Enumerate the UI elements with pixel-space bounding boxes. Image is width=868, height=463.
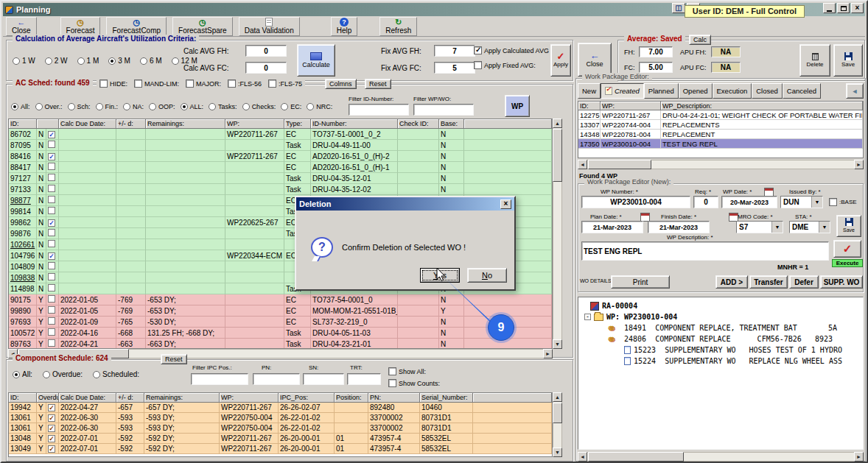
avg-delete-button[interactable]: Delete — [799, 44, 830, 77]
col-ipc-pos[interactable]: IPC_Pos: — [279, 393, 335, 403]
col-id[interactable]: ID: — [578, 102, 601, 110]
execute-button[interactable]: ✓ — [833, 240, 861, 258]
cell-checkbox[interactable]: ✓ — [46, 129, 59, 140]
transfer-button[interactable]: Transfer — [749, 275, 788, 289]
show-counts-checkbox[interactable]: Show Counts: — [388, 379, 440, 387]
col-remainings[interactable]: Remainings: — [146, 119, 225, 129]
chevron-down-icon[interactable]: ▼ — [811, 197, 822, 208]
restore-button[interactable] — [837, 3, 850, 13]
cell-checkbox[interactable] — [46, 140, 59, 151]
comp-radio[interactable]: Overdue: — [43, 370, 83, 378]
wp-editor-tab[interactable]: Opened — [679, 83, 713, 99]
cell-checkbox[interactable]: ✓ — [46, 217, 59, 228]
col-delta[interactable]: +/- d: — [116, 119, 146, 129]
plan-date-field[interactable] — [581, 221, 643, 233]
tree-scrollbar[interactable]: ◄ ► — [578, 452, 864, 462]
cell-checkbox[interactable] — [46, 328, 59, 339]
col-check-id[interactable]: Check ID: — [398, 119, 439, 129]
apu-fh-field[interactable] — [711, 46, 741, 57]
wp-grid-row[interactable]: 14348 WP220781-004 REPLACEMENT — [578, 130, 863, 139]
collapse-icon[interactable]: - — [584, 314, 591, 320]
cell-checkbox[interactable] — [46, 305, 59, 317]
scroll-thumb[interactable] — [553, 403, 562, 423]
col-due-date[interactable]: Calc Due Date: — [59, 119, 116, 129]
filter-trt-input[interactable] — [347, 373, 381, 385]
filter-pn-input[interactable] — [253, 373, 300, 385]
wp-editor-tab[interactable]: Created — [601, 83, 644, 99]
cell-checkbox[interactable] — [46, 261, 59, 272]
ac-table-row[interactable]: 86702 N ✓ WP220711-267 EC TO737-51-0001_… — [9, 129, 552, 140]
cell-checkbox[interactable] — [46, 317, 59, 328]
ac-table-row[interactable]: 97127 N Task DRU-04-35-12-01 N — [9, 173, 552, 184]
chevron-down-icon[interactable]: ▼ — [819, 222, 830, 233]
ac-table-row[interactable]: 88416 N ✓ WP220711-267 EC AD2020-16-51_0… — [9, 151, 552, 162]
cell-checkbox[interactable] — [46, 228, 59, 239]
issued-by-dropdown[interactable]: DUN ▼ — [780, 196, 823, 208]
col-pn[interactable]: PN: — [368, 393, 420, 403]
req-field[interactable] — [693, 196, 718, 208]
minimize-button[interactable] — [823, 3, 836, 13]
cell-checkbox[interactable] — [46, 294, 59, 305]
ac-table-row[interactable]: 89763 Y 2022-04-21 -663 -663 DY; Task DR… — [9, 339, 552, 349]
ac-flag-checkbox[interactable]: :FLS-75 — [268, 79, 302, 88]
base-checkbox[interactable]: :BASE — [829, 198, 857, 206]
comp-radio[interactable]: Scheduled: — [93, 370, 139, 378]
ac-vertical-scrollbar[interactable]: ▲ ▼ — [553, 119, 562, 349]
ac-filter-radio[interactable]: Sch: — [68, 103, 91, 110]
cell-checkbox[interactable] — [46, 162, 59, 173]
tree-wo-item[interactable]: 15224 SUPPLEMENTARY WO REPLACE NLG WHEEL… — [578, 356, 863, 367]
chevron-down-icon[interactable]: ▼ — [771, 222, 783, 233]
filter-wp-input[interactable] — [413, 104, 474, 116]
ac-table-row[interactable]: 88417 N EC AD2020-16-51_0_(H)-1 N — [9, 162, 552, 173]
apply-fixed-checkbox[interactable]: Apply Fixed AVG: — [474, 61, 536, 69]
scroll-right-icon[interactable]: ► — [543, 349, 553, 358]
ac-filter-radio[interactable]: ALL: — [181, 103, 204, 110]
scroll-left-icon[interactable]: ◄ — [578, 160, 587, 169]
wp-grid-scrollbar[interactable]: ◄ ► — [578, 160, 864, 169]
toolbar-help-button[interactable]: ? Help — [331, 17, 358, 36]
cell-checkbox[interactable] — [46, 173, 59, 184]
cell-checkbox[interactable]: ✓ — [46, 250, 59, 261]
mro-code-dropdown[interactable]: S7 ▼ — [736, 221, 783, 233]
toolbar-close-button[interactable]: ← Close — [6, 17, 37, 36]
comp-radio[interactable]: All: — [13, 370, 32, 378]
ac-flag-checkbox[interactable]: MAND-LIM: — [134, 79, 179, 88]
yes-button[interactable]: Yes — [420, 268, 460, 283]
cell-checkbox[interactable]: ✓ — [46, 434, 59, 444]
ac-table-row[interactable]: 87095 N Task DRU-04-49-11-00 N — [9, 140, 552, 151]
scroll-thumb[interactable] — [588, 160, 651, 169]
toolbar-forecast-button[interactable]: ◷ Forecast — [60, 17, 101, 36]
col-wp-description[interactable]: WP_Description: — [661, 102, 863, 110]
defer-button[interactable]: Defer — [789, 275, 819, 289]
ac-table-row[interactable]: 100572 Y 2022-04-16 -668 131.25 FH; -668… — [9, 328, 552, 339]
ac-filter-radio[interactable]: Tasks: — [209, 103, 237, 110]
comp-reset-button[interactable]: Reset — [161, 354, 187, 364]
col-wp[interactable]: WP: — [601, 102, 661, 110]
no-button[interactable]: No — [467, 268, 507, 283]
col-remainings[interactable]: Remainings: — [144, 393, 220, 403]
wp-editor-tab[interactable]: New — [578, 83, 601, 99]
ac-filter-radio[interactable]: NA: — [123, 103, 144, 110]
apply-button[interactable]: ✓ Apply — [550, 44, 571, 77]
wp-editor-tab[interactable]: Canceled — [783, 83, 821, 99]
scroll-thumb[interactable] — [588, 452, 684, 462]
show-all-checkbox[interactable]: Show All: — [388, 367, 426, 375]
wp-grid-row[interactable]: 17350 WP230010-004 TEST ENG REPL — [578, 139, 863, 149]
cell-checkbox[interactable] — [46, 184, 59, 195]
scroll-down-icon[interactable]: ▼ — [553, 448, 562, 457]
dialog-close-button[interactable]: × — [500, 199, 511, 209]
fc-field[interactable] — [639, 62, 673, 73]
scroll-up-icon[interactable]: ▲ — [553, 119, 562, 128]
col-due-date[interactable]: Calc Due Date: — [59, 393, 116, 403]
ac-filter-radio[interactable]: Fin.: — [96, 103, 119, 110]
cell-checkbox[interactable] — [46, 283, 59, 294]
period-radio[interactable]: 2 W — [45, 57, 68, 65]
wp-number-field[interactable] — [581, 196, 690, 208]
wp-date-field[interactable] — [721, 196, 777, 208]
close-window-button[interactable]: × — [851, 3, 864, 13]
cell-checkbox[interactable] — [46, 272, 59, 283]
tree-root[interactable]: RA-00004 — [578, 300, 863, 311]
period-radio[interactable]: 3 M — [108, 57, 130, 65]
col-overdue[interactable] — [37, 119, 59, 129]
ac-flag-checkbox[interactable]: MAJOR: — [186, 79, 221, 88]
